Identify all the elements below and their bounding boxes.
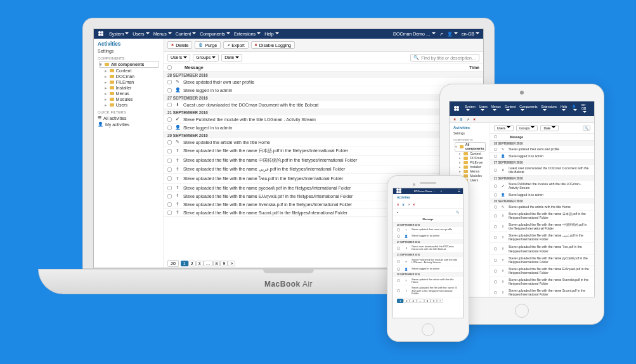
row-checkbox[interactable]	[167, 149, 172, 153]
site-title-link[interactable]: DOCman Demo …	[414, 190, 436, 193]
activity-row[interactable]: ⇑Steve uploaded the file with the name S…	[490, 276, 594, 287]
activity-row[interactable]: ⇑Steve uploaded the file with the name S…	[490, 287, 594, 297]
tree-node[interactable]: Menus	[455, 169, 486, 174]
activity-row[interactable]: ✎Steve updated their own user profile	[393, 227, 463, 233]
ipad-home-button[interactable]	[515, 304, 529, 318]
row-checkbox[interactable]	[167, 176, 172, 181]
row-checkbox[interactable]	[397, 260, 400, 263]
page-8[interactable]: 8	[213, 261, 221, 266]
delete-button[interactable]: ✖	[453, 117, 456, 121]
activity-row[interactable]: ✎Steve updated the article with the titl…	[393, 277, 463, 286]
sidebar-settings[interactable]: Settings	[453, 131, 486, 136]
page-1[interactable]: 1	[181, 261, 188, 266]
activity-row[interactable]: ✔Steve Published the module with the tit…	[164, 115, 483, 124]
filters-icon[interactable]: ▾	[397, 211, 398, 214]
delete-button[interactable]: ✖	[397, 203, 399, 206]
tree-node[interactable]: FILEman	[455, 160, 486, 165]
row-checkbox[interactable]	[167, 80, 172, 84]
activity-row[interactable]: ✎Steve updated their own user profile	[490, 146, 594, 153]
tree-node[interactable]: Modules	[99, 96, 159, 102]
page-1[interactable]: 1	[397, 299, 403, 303]
row-checkbox[interactable]	[494, 236, 497, 239]
topmenu-users[interactable]: Users	[479, 105, 488, 113]
activity-row[interactable]: ⬇Guest user downloaded the DOCman Docume…	[164, 101, 483, 109]
purge-button[interactable]: 🗑Purge	[195, 41, 221, 49]
topmenu-extensions[interactable]: Extensions	[542, 105, 557, 113]
activity-row[interactable]: ⇑Steve uploaded the file with the name 中…	[490, 221, 594, 232]
tree-node[interactable]: Content	[99, 68, 159, 74]
row-checkbox[interactable]	[494, 155, 497, 158]
row-checkbox[interactable]	[167, 103, 172, 107]
topmenu-content[interactable]: Content	[176, 32, 197, 36]
site-title-link[interactable]: DOCman Demo …	[393, 32, 436, 36]
activity-row[interactable]: ⇑Steve uploaded the file with the name ع…	[490, 232, 594, 243]
activity-row[interactable]: ⇑Steve uploaded the file with the name Ε…	[490, 266, 594, 276]
row-checkbox[interactable]	[494, 259, 497, 262]
page-»[interactable]: »	[228, 261, 235, 266]
row-checkbox[interactable]	[397, 268, 400, 271]
tree-node[interactable]: DOCman	[99, 74, 159, 79]
search-input[interactable]: 🔍Find by title or description…	[410, 54, 479, 62]
tree-node[interactable]: DOCman	[455, 156, 486, 160]
topmenu-menus[interactable]: Menus	[153, 32, 172, 36]
row-checkbox[interactable]	[397, 247, 400, 250]
topmenu-menus[interactable]: Menus	[491, 105, 501, 113]
col-message[interactable]: Message	[185, 65, 204, 70]
tree-node[interactable]: FILEman	[99, 79, 159, 85]
activity-row[interactable]: ✔Steve Published the module with the tit…	[393, 257, 463, 266]
groups-filter[interactable]: Groups	[193, 54, 219, 61]
quick-filter[interactable]: 👤My activities	[98, 121, 159, 127]
export-button[interactable]: ↗Export	[223, 41, 248, 49]
iphone-home-button[interactable]	[422, 323, 434, 336]
tree-node[interactable]: Installer	[455, 165, 486, 169]
row-checkbox[interactable]	[167, 211, 172, 215]
row-checkbox[interactable]	[494, 205, 497, 209]
date-filter[interactable]: Date	[540, 125, 559, 132]
activity-row[interactable]: ⇑Steve uploaded the file with the name р…	[490, 255, 594, 266]
topmenu-extensions[interactable]: Extensions	[234, 32, 261, 36]
language-switcher[interactable]: en-GB	[462, 32, 479, 36]
row-checkbox[interactable]	[167, 194, 172, 198]
row-checkbox[interactable]	[397, 235, 400, 238]
row-checkbox[interactable]	[494, 193, 497, 197]
topmenu-help[interactable]: Help	[264, 32, 278, 36]
row-checkbox[interactable]	[494, 214, 497, 218]
tree-node[interactable]: Menus	[99, 91, 159, 96]
search-icon[interactable]: 🔍	[456, 211, 459, 214]
page-2[interactable]: 2	[403, 299, 410, 303]
sidebar-settings[interactable]: Settings	[98, 48, 159, 54]
row-checkbox[interactable]	[167, 202, 172, 207]
topmenu-system[interactable]: System	[109, 32, 129, 36]
select-all-checkbox[interactable]	[494, 135, 497, 138]
search-input[interactable]: 🔍	[583, 126, 590, 131]
activity-row[interactable]: ⇑Steve uploaded the file with the name ع…	[164, 166, 483, 174]
activity-row[interactable]: ⇑Steve uploaded the file with the name ไ…	[490, 243, 594, 255]
row-checkbox[interactable]	[494, 148, 497, 151]
topmenu-content[interactable]: Content	[505, 105, 516, 113]
activity-row[interactable]: 👤Steve logged in to admin	[393, 266, 463, 273]
row-checkbox[interactable]	[167, 140, 172, 145]
row-checkbox[interactable]	[494, 247, 497, 250]
page-»[interactable]: »	[437, 299, 443, 303]
row-checkbox[interactable]	[167, 186, 172, 190]
tree-node[interactable]: Installer	[99, 85, 159, 91]
users-filter[interactable]: Users	[167, 54, 190, 61]
row-checkbox[interactable]	[494, 291, 497, 294]
page-size[interactable]: 20	[167, 260, 179, 267]
user-icon[interactable]: 👤	[447, 32, 458, 37]
topmenu-components[interactable]: Components	[200, 32, 230, 36]
topmenu-system[interactable]: System	[465, 105, 476, 113]
col-message[interactable]: Message	[423, 218, 434, 221]
row-checkbox[interactable]	[494, 270, 497, 273]
page-…[interactable]: …	[417, 299, 424, 303]
activity-row[interactable]: ⬇Guest user downloaded the DOCman Docume…	[490, 165, 594, 176]
export-button[interactable]: ↗	[467, 117, 469, 121]
row-checkbox[interactable]	[167, 159, 172, 163]
page-…[interactable]: …	[204, 261, 213, 266]
row-checkbox[interactable]	[397, 279, 400, 282]
activity-row[interactable]: 👤Steve logged in to admin	[164, 86, 483, 94]
users-filter[interactable]: Users	[494, 125, 514, 132]
export-button[interactable]: ↗	[408, 203, 410, 206]
col-time[interactable]: Time	[469, 65, 479, 70]
delete-button[interactable]: ✖Delete	[167, 41, 192, 49]
